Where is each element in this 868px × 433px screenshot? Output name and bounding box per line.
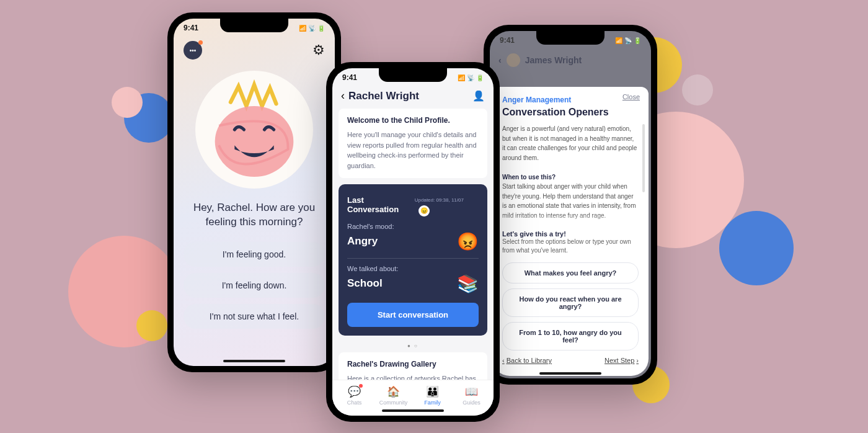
opener-option[interactable]: From 1 to 10, how angry do you feel? xyxy=(502,322,639,350)
welcome-card: Welcome to the Child Profile. Here you'l… xyxy=(339,109,487,178)
tab-community[interactable]: 🏠 Community xyxy=(374,385,413,406)
family-icon: 👪 xyxy=(413,385,452,398)
angry-emoji-icon: 😡 xyxy=(457,231,479,252)
svg-point-0 xyxy=(215,106,294,177)
tab-chats[interactable]: 💬 Chats xyxy=(335,385,374,406)
status-icons: 📶 📡 🔋 xyxy=(458,73,484,82)
parent-thread-header: ‹ James Wright xyxy=(490,45,651,72)
last-conv-updated: Updated: 09:38, 11/07 xyxy=(415,197,464,203)
thread-name: James Wright xyxy=(525,55,582,65)
notification-dot-icon xyxy=(359,384,363,388)
back-to-library-link[interactable]: ‹ Back to Library xyxy=(502,357,552,364)
topic-label: We talked about: xyxy=(347,265,479,272)
status-icons: 📶 📡 🔋 xyxy=(299,24,325,32)
mood-option-down[interactable]: I'm feeling down. xyxy=(184,273,325,298)
scrollbar[interactable] xyxy=(642,124,645,192)
welcome-body: Here you'll manage your child's details … xyxy=(347,130,479,171)
guides-icon: 📖 xyxy=(452,385,491,398)
mood-value: Angry xyxy=(347,235,378,248)
last-conversation-card: Last Conversation Updated: 09:38, 11/07 … xyxy=(339,184,487,336)
opener-option[interactable]: How do you react when you are angry? xyxy=(502,288,639,317)
page-indicator: ● ○ xyxy=(332,342,494,352)
greeting-text: Hey, Rachel. How are you feeling this mo… xyxy=(174,201,335,242)
back-chevron-icon[interactable]: ‹ xyxy=(498,55,502,65)
topic-value: School xyxy=(347,277,383,290)
article-title: Conversation Openers xyxy=(502,107,639,118)
books-emoji-icon: 📚 xyxy=(457,274,479,294)
try-subtext: Select from the options below or type yo… xyxy=(502,238,639,255)
chats-icon: 💬 xyxy=(335,385,374,398)
article-sheet: Close Anger Management Conversation Open… xyxy=(492,87,649,376)
community-icon: 🏠 xyxy=(374,385,413,398)
mood-label: Rachel's mood: xyxy=(347,223,479,230)
gallery-title: Rachel's Drawing Gallery xyxy=(347,360,479,368)
status-time: 9:41 xyxy=(500,36,515,45)
status-time: 9:41 xyxy=(342,73,357,82)
welcome-title: Welcome to the Child Profile. xyxy=(347,116,479,125)
status-icons: 📶 📡 🔋 xyxy=(615,36,641,45)
article-body: Anger is a powerful (and very natural) e… xyxy=(502,124,639,220)
settings-icon[interactable]: ⚙ xyxy=(312,42,325,58)
companion-avatar xyxy=(195,71,313,189)
article-topic: Anger Management xyxy=(502,96,639,104)
back-chevron-icon[interactable]: ‹ xyxy=(341,89,345,102)
close-link[interactable]: Close xyxy=(622,93,640,100)
phone-child-profile: 9:41 📶 📡 🔋 ‹ Rachel Wright 👤 Welcome to … xyxy=(326,62,500,422)
phone-article: 9:41 📶 📡 🔋 ‹ James Wright Close Anger Ma… xyxy=(484,25,657,385)
mood-option-good[interactable]: I'm feeling good. xyxy=(184,242,325,267)
add-person-icon[interactable]: 👤 xyxy=(472,90,485,102)
status-time: 9:41 xyxy=(184,24,198,32)
tab-guides[interactable]: 📖 Guides xyxy=(452,385,491,406)
mood-option-unsure[interactable]: I'm not sure what I feel. xyxy=(184,304,325,329)
last-conv-title: Last Conversation xyxy=(347,195,415,214)
mood-badge-icon: 😠 xyxy=(418,205,430,216)
chats-icon[interactable]: ••• xyxy=(184,41,202,60)
try-heading: Let's give this a try! xyxy=(502,230,639,238)
opener-option[interactable]: What makes you feel angry? xyxy=(502,262,639,283)
profile-name: Rachel Wright xyxy=(348,90,419,102)
start-conversation-button[interactable]: Start conversation xyxy=(347,303,479,327)
phone-mood-checkin: 9:41 📶 📡 🔋 ••• ⚙ Hey, Rachel. How are yo… xyxy=(167,12,341,372)
avatar xyxy=(507,53,520,67)
next-step-link[interactable]: Next Step › xyxy=(604,357,639,364)
tab-family[interactable]: 👪 Family xyxy=(413,385,452,406)
